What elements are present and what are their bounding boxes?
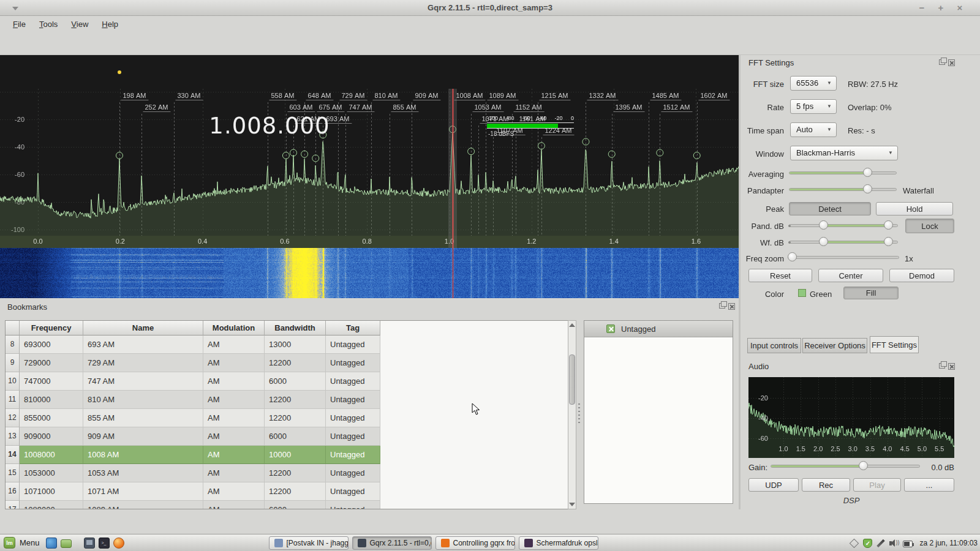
shield-check-icon[interactable]: ✓ bbox=[863, 539, 872, 548]
table-row[interactable]: 10747000747 AMAM6000Untagged bbox=[6, 372, 576, 391]
table-row[interactable]: 1710890001089 AMAM6000Untagged bbox=[6, 501, 576, 509]
more-options-button[interactable]: ... bbox=[904, 478, 954, 492]
tag-checkbox-icon[interactable] bbox=[606, 324, 615, 333]
pandapter-db-range-slider[interactable] bbox=[789, 220, 898, 230]
table-row[interactable]: 9729000729 AMAM12200Untagged bbox=[6, 354, 576, 372]
table-row[interactable]: 1410080001008 AMAM10000Untagged bbox=[6, 446, 576, 464]
table-cell[interactable]: AM bbox=[203, 409, 265, 427]
row-number[interactable]: 14 bbox=[6, 446, 20, 464]
table-row[interactable]: 12855000855 AMAM12200Untagged bbox=[6, 409, 576, 427]
table-row[interactable]: 1610710001071 AMAM12200Untagged bbox=[6, 482, 576, 501]
row-number[interactable]: 10 bbox=[6, 372, 20, 391]
table-cell[interactable]: 693000 bbox=[20, 335, 83, 354]
menu-view[interactable]: View bbox=[66, 18, 94, 30]
table-cell[interactable]: 10000 bbox=[265, 446, 326, 464]
table-cell[interactable]: Untagged bbox=[326, 354, 380, 372]
panel-splitter[interactable] bbox=[578, 403, 580, 423]
battery-icon[interactable] bbox=[903, 541, 913, 547]
row-number[interactable]: 15 bbox=[6, 464, 20, 482]
spectrum-canvas[interactable] bbox=[0, 55, 740, 248]
start-menu-button[interactable]: lm Menu bbox=[0, 534, 46, 551]
table-row[interactable]: 1510530001053 AMAM12200Untagged bbox=[6, 464, 576, 482]
udp-button[interactable]: UDP bbox=[748, 478, 799, 492]
clock[interactable]: za 2 jun, 11:09:03 bbox=[917, 539, 978, 547]
rec-button[interactable]: Rec bbox=[802, 478, 850, 492]
table-cell[interactable]: Untagged bbox=[326, 482, 380, 501]
table-cell[interactable]: AM bbox=[203, 464, 265, 482]
bookmarks-scrollbar[interactable] bbox=[568, 320, 576, 509]
row-number[interactable]: 13 bbox=[6, 427, 20, 446]
waterfall-canvas[interactable] bbox=[0, 248, 740, 298]
table-cell[interactable]: AM bbox=[203, 501, 265, 509]
table-cell[interactable]: AM bbox=[203, 335, 265, 354]
table-cell[interactable]: Untagged bbox=[326, 446, 380, 464]
menu-help[interactable]: Help bbox=[96, 18, 124, 30]
play-button[interactable]: Play bbox=[853, 478, 901, 492]
taskbar-task-button[interactable]: Gqrx 2.11.5 - rtl=0,dir... bbox=[352, 536, 432, 550]
table-cell[interactable]: 13000 bbox=[265, 335, 326, 354]
scroll-up-icon[interactable] bbox=[569, 323, 575, 327]
bookmarks-table[interactable]: FrequencyNameModulationBandwidthTag86930… bbox=[5, 320, 576, 509]
window-menu-icon[interactable] bbox=[12, 7, 18, 10]
column-header[interactable]: Tag bbox=[326, 321, 380, 335]
titlebar[interactable]: Gqrx 2.11.5 - rtl=0,direct_samp=3 − + × bbox=[0, 0, 980, 16]
peak-hold-button[interactable]: Hold bbox=[876, 202, 953, 216]
color-swatch[interactable] bbox=[798, 289, 806, 297]
table-cell[interactable]: 729 AM bbox=[83, 354, 203, 372]
lock-button[interactable]: Lock bbox=[905, 219, 954, 233]
row-number[interactable]: 11 bbox=[6, 391, 20, 409]
waterfall-db-range-slider[interactable] bbox=[789, 237, 898, 247]
table-cell[interactable]: 747000 bbox=[20, 372, 83, 391]
table-cell[interactable]: 855 AM bbox=[83, 409, 203, 427]
pen-icon[interactable] bbox=[877, 539, 885, 547]
fill-button[interactable]: Fill bbox=[843, 287, 899, 299]
table-cell[interactable]: 1053000 bbox=[20, 464, 83, 482]
column-header[interactable]: Bandwidth bbox=[265, 321, 326, 335]
tag-row[interactable]: Untagged bbox=[584, 321, 733, 337]
table-cell[interactable]: 1053 AM bbox=[83, 464, 203, 482]
rate-select[interactable]: 5 fps▼ bbox=[790, 99, 837, 114]
tab-input-controls[interactable]: Input controls bbox=[747, 338, 801, 353]
scrollbar-thumb[interactable] bbox=[569, 354, 575, 405]
maximize-button[interactable]: + bbox=[933, 0, 949, 16]
float-panel-icon[interactable] bbox=[939, 59, 945, 65]
table-cell[interactable]: 1071000 bbox=[20, 482, 83, 501]
pandapter-waterfall-slider[interactable] bbox=[789, 184, 897, 194]
table-cell[interactable]: 693 AM bbox=[83, 335, 203, 354]
row-number[interactable]: 9 bbox=[6, 354, 20, 372]
column-header[interactable]: Frequency bbox=[20, 321, 83, 335]
minimize-button[interactable]: − bbox=[914, 0, 930, 16]
table-cell[interactable]: AM bbox=[203, 427, 265, 446]
menu-tools[interactable]: Tools bbox=[34, 18, 63, 30]
peak-detect-button[interactable]: Detect bbox=[789, 202, 871, 216]
table-cell[interactable]: 729000 bbox=[20, 354, 83, 372]
table-cell[interactable]: AM bbox=[203, 354, 265, 372]
table-cell[interactable]: AM bbox=[203, 372, 265, 391]
table-cell[interactable]: Untagged bbox=[326, 391, 380, 409]
table-cell[interactable]: AM bbox=[203, 446, 265, 464]
row-number[interactable]: 8 bbox=[6, 335, 20, 354]
table-cell[interactable]: Untagged bbox=[326, 372, 380, 391]
table-cell[interactable]: 12200 bbox=[265, 464, 326, 482]
close-button[interactable]: × bbox=[952, 0, 968, 16]
display-launcher-icon[interactable] bbox=[84, 538, 95, 549]
table-cell[interactable]: 747 AM bbox=[83, 372, 203, 391]
table-cell[interactable]: 12200 bbox=[265, 354, 326, 372]
scroll-down-icon[interactable] bbox=[569, 503, 575, 506]
table-cell[interactable]: Untagged bbox=[326, 335, 380, 354]
taskbar-task-button[interactable]: Controlling gqrx from... bbox=[435, 536, 515, 550]
audio-spectrum-canvas[interactable] bbox=[748, 377, 954, 458]
table-cell[interactable]: 12200 bbox=[265, 409, 326, 427]
table-row[interactable]: 8693000693 AMAM13000Untagged bbox=[6, 335, 576, 354]
table-cell[interactable]: 810 AM bbox=[83, 391, 203, 409]
menu-file[interactable]: File bbox=[7, 18, 31, 30]
table-cell[interactable]: Untagged bbox=[326, 427, 380, 446]
close-panel-icon[interactable] bbox=[948, 363, 955, 370]
window-select[interactable]: Blackman-Harris▼ bbox=[790, 146, 898, 160]
taskbar-task-button[interactable]: [Postvak IN - jhaggort... bbox=[269, 536, 349, 550]
table-cell[interactable]: 1008000 bbox=[20, 446, 83, 464]
table-cell[interactable]: 810000 bbox=[20, 391, 83, 409]
fft-size-select[interactable]: 65536▼ bbox=[790, 76, 837, 91]
table-row[interactable]: 13909000909 AMAM6000Untagged bbox=[6, 427, 576, 446]
table-cell[interactable]: 909 AM bbox=[83, 427, 203, 446]
